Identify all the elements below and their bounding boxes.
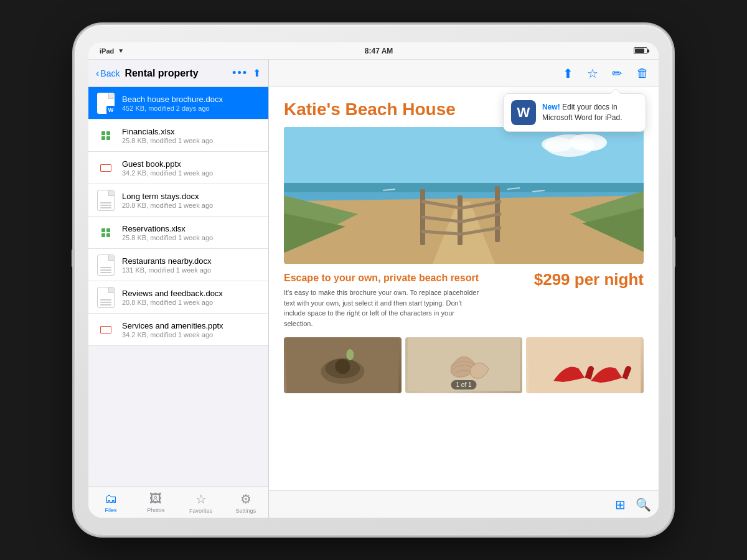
- file-name-7: Services and amenities.pptx: [122, 321, 261, 330]
- wifi-icon: ▼: [118, 47, 124, 54]
- favorites-icon: ☆: [195, 492, 207, 506]
- file-item-2[interactable]: Guest book.pptx 34.2 KB, modified 1 week…: [88, 152, 268, 184]
- file-item-7[interactable]: Services and amenities.pptx 34.2 KB, mod…: [88, 314, 268, 346]
- file-name-2: Guest book.pptx: [122, 159, 261, 169]
- file-info-2: Guest book.pptx 34.2 KB, modified 1 week…: [122, 159, 261, 177]
- ipad-screen: iPad ▼ 8:47 AM ‹ Back Rental p: [88, 42, 659, 518]
- main-content: ‹ Back Rental property ••• ⬆: [88, 60, 659, 518]
- file-meta-4: 25.8 KB, modified 1 week ago: [122, 234, 261, 241]
- file-info-5: Restaurants nearby.docx 131 KB, modified…: [122, 256, 261, 274]
- tab-favorites[interactable]: ☆ Favorites: [179, 487, 223, 518]
- thumbnail-shells: 1 of 1: [405, 337, 523, 393]
- file-list: W Beach house brochure.docx 452 KB, modi…: [88, 87, 268, 487]
- file-name-6: Reviews and feedback.docx: [122, 289, 261, 298]
- file-name-5: Restaurants nearby.docx: [122, 256, 261, 266]
- search-doc-button[interactable]: 🔍: [636, 497, 651, 512]
- file-meta-0: 452 KB, modified 2 days ago: [122, 105, 261, 112]
- svg-point-29: [346, 349, 354, 360]
- price-badge: $299 per night: [534, 273, 644, 289]
- pptx-icon-7: [96, 320, 116, 340]
- doc-content[interactable]: W New! Edit your docs in Microsoft Word …: [269, 87, 659, 490]
- file-info-3: Long term stays.docx 20.8 KB, modified 1…: [122, 192, 261, 209]
- tab-photos[interactable]: 🖼 Photos: [133, 487, 178, 518]
- svg-point-2: [570, 134, 607, 151]
- tab-settings[interactable]: ⚙ Settings: [223, 487, 268, 518]
- file-meta-7: 34.2 KB, modified 1 week ago: [122, 331, 261, 338]
- svg-rect-31: [529, 337, 641, 393]
- edit-doc-button[interactable]: ✏: [612, 66, 622, 81]
- tab-files[interactable]: 🗂 Files: [88, 487, 133, 518]
- back-chevron-icon: ‹: [96, 68, 99, 79]
- tooltip-text: New! Edit your docs in Microsoft Word fo…: [542, 102, 638, 123]
- file-info-7: Services and amenities.pptx 34.2 KB, mod…: [122, 321, 261, 338]
- thumbnail-shoes: [526, 337, 644, 393]
- file-name-1: Financials.xlsx: [122, 127, 261, 136]
- delete-doc-button[interactable]: 🗑: [636, 66, 649, 80]
- file-meta-5: 131 KB, modified 1 week ago: [122, 266, 261, 274]
- beach-image: [284, 127, 644, 264]
- xlsx-icon-4: [96, 223, 116, 243]
- pptx-icon-2: [96, 158, 116, 178]
- file-info-1: Financials.xlsx 25.8 KB, modified 1 week…: [122, 127, 261, 144]
- thumbnail-spa: [284, 337, 402, 393]
- file-item-6[interactable]: Reviews and feedback.docx 20.8 KB, modif…: [88, 281, 268, 314]
- thumbnail-row: 1 of 1: [284, 337, 644, 393]
- back-button[interactable]: ‹ Back: [96, 68, 120, 79]
- status-bar: iPad ▼ 8:47 AM: [88, 42, 659, 60]
- doc-toolbar: ⬆ ☆ ✏ 🗑: [269, 60, 659, 87]
- promo-body: It's easy to make this brochure your own…: [284, 287, 482, 329]
- back-label: Back: [100, 68, 120, 78]
- carrier-label: iPad: [100, 47, 114, 55]
- doc-bottom-bar: ⊞ 🔍: [269, 490, 659, 518]
- docx-icon-5: [96, 255, 116, 275]
- tab-settings-label: Settings: [236, 508, 256, 514]
- folder-title: Rental property: [125, 68, 227, 79]
- svg-point-3: [542, 137, 573, 152]
- docx-icon-0: W: [96, 93, 116, 113]
- file-meta-1: 25.8 KB, modified 1 week ago: [122, 137, 261, 144]
- ipad-frame: iPad ▼ 8:47 AM ‹ Back Rental p: [75, 25, 672, 535]
- promo-row: Escape to your own, private beach resort…: [284, 273, 644, 329]
- docx-icon-6: [96, 287, 116, 307]
- new-badge: New!: [542, 103, 560, 111]
- docx-badge: W: [106, 106, 115, 114]
- file-meta-3: 20.8 KB, modified 1 week ago: [122, 202, 261, 209]
- more-button[interactable]: •••: [232, 67, 248, 80]
- word-logo-icon: W: [511, 100, 536, 125]
- file-name-4: Reservations.xlsx: [122, 224, 261, 233]
- settings-icon: ⚙: [240, 492, 251, 506]
- battery-icon: [634, 47, 647, 54]
- promo-subtitle: Escape to your own, private beach resort: [284, 273, 482, 284]
- tab-favorites-label: Favorites: [189, 508, 212, 514]
- files-icon: 🗂: [105, 492, 117, 506]
- sidebar: ‹ Back Rental property ••• ⬆: [88, 60, 269, 518]
- file-item-5[interactable]: Restaurants nearby.docx 131 KB, modified…: [88, 249, 268, 281]
- beach-scene-svg: [284, 127, 644, 264]
- file-item-4[interactable]: Reservations.xlsx 25.8 KB, modified 1 we…: [88, 217, 268, 249]
- doc-viewer: ⬆ ☆ ✏ 🗑 W New! Edit your docs in Microso…: [269, 60, 659, 518]
- right-button: [672, 236, 675, 268]
- status-left: iPad ▼: [100, 47, 124, 55]
- share-button[interactable]: ⬆: [253, 67, 261, 79]
- file-item-0[interactable]: W Beach house brochure.docx 452 KB, modi…: [88, 87, 268, 119]
- file-item-3[interactable]: Long term stays.docx 20.8 KB, modified 1…: [88, 184, 268, 217]
- sidebar-nav: ‹ Back Rental property ••• ⬆: [88, 60, 268, 87]
- side-button[interactable]: [72, 249, 75, 268]
- file-meta-6: 20.8 KB, modified 1 week ago: [122, 299, 261, 306]
- share-doc-button[interactable]: ⬆: [563, 66, 573, 81]
- xlsx-icon-1: [96, 126, 116, 146]
- status-right: [634, 47, 647, 54]
- photos-icon: 🖼: [149, 492, 162, 506]
- shoes-svg: [526, 337, 644, 393]
- grid-view-button[interactable]: ⊞: [615, 497, 626, 512]
- spa-svg: [284, 337, 402, 393]
- file-item-1[interactable]: Financials.xlsx 25.8 KB, modified 1 week…: [88, 119, 268, 152]
- favorite-doc-button[interactable]: ☆: [587, 66, 598, 81]
- file-info-0: Beach house brochure.docx 452 KB, modifi…: [122, 95, 261, 112]
- word-tooltip[interactable]: W New! Edit your docs in Microsoft Word …: [503, 93, 646, 132]
- battery-fill: [635, 49, 644, 53]
- tab-photos-label: Photos: [147, 507, 164, 513]
- file-info-4: Reservations.xlsx 25.8 KB, modified 1 we…: [122, 224, 261, 241]
- svg-point-27: [335, 359, 350, 374]
- status-time: 8:47 AM: [365, 47, 393, 55]
